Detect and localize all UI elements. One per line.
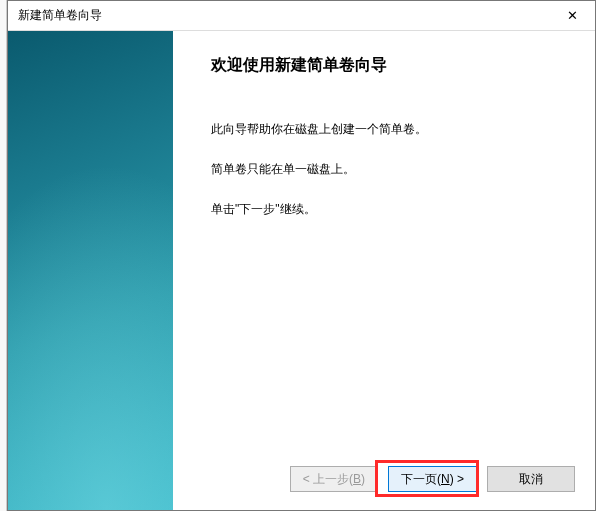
wizard-content: 欢迎使用新建简单卷向导 此向导帮助你在磁盘上创建一个简单卷。 简单卷只能在单一磁… [8,31,595,510]
window-title: 新建简单卷向导 [18,7,102,24]
next-button-mnemonic: N [441,472,450,486]
wizard-paragraph-1: 此向导帮助你在磁盘上创建一个简单卷。 [211,120,563,138]
wizard-paragraph-3: 单击"下一步"继续。 [211,200,563,218]
wizard-button-row: < 上一步(B) 下一页(N) > 取消 [290,466,575,492]
back-button-suffix: ) [361,472,365,486]
close-icon: ✕ [567,8,578,23]
back-button: < 上一步(B) [290,466,378,492]
wizard-side-banner [8,31,173,510]
next-button[interactable]: 下一页(N) > [388,466,477,492]
titlebar: 新建简单卷向导 ✕ [8,1,595,31]
wizard-paragraph-2: 简单卷只能在单一磁盘上。 [211,160,563,178]
wizard-window: 新建简单卷向导 ✕ 欢迎使用新建简单卷向导 此向导帮助你在磁盘上创建一个简单卷。… [7,0,596,511]
cancel-button-label: 取消 [519,471,543,488]
background-left-strip [0,0,7,511]
next-button-suffix: ) > [450,472,464,486]
wizard-main-panel: 欢迎使用新建简单卷向导 此向导帮助你在磁盘上创建一个简单卷。 简单卷只能在单一磁… [173,31,595,510]
back-button-prefix: < 上一步( [303,471,353,488]
cancel-button[interactable]: 取消 [487,466,575,492]
next-button-prefix: 下一页( [401,471,441,488]
back-button-mnemonic: B [353,472,361,486]
wizard-heading: 欢迎使用新建简单卷向导 [211,55,563,76]
close-button[interactable]: ✕ [550,1,595,31]
